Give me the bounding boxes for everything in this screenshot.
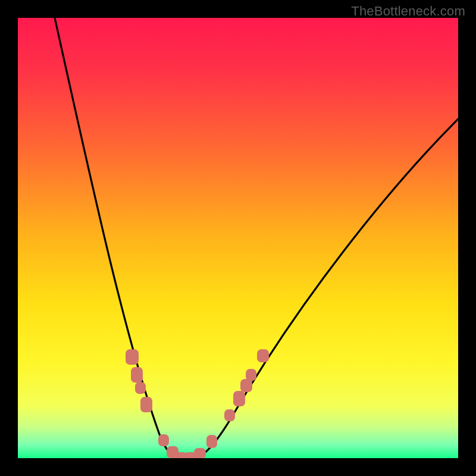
data-marker xyxy=(246,369,256,381)
data-marker xyxy=(257,349,269,362)
data-marker xyxy=(131,367,143,383)
data-marker xyxy=(126,349,139,365)
watermark-text: TheBottleneck.com xyxy=(351,4,465,19)
plot-area xyxy=(18,18,458,458)
data-marker xyxy=(224,409,235,421)
data-marker xyxy=(158,434,169,446)
data-marker xyxy=(194,448,206,458)
data-marker xyxy=(240,379,252,392)
data-marker xyxy=(140,397,152,412)
chart-frame: TheBottleneck.com xyxy=(0,0,476,476)
data-marker xyxy=(233,391,245,406)
data-marker xyxy=(135,382,146,394)
data-marker xyxy=(206,435,217,448)
marker-layer xyxy=(18,18,458,458)
